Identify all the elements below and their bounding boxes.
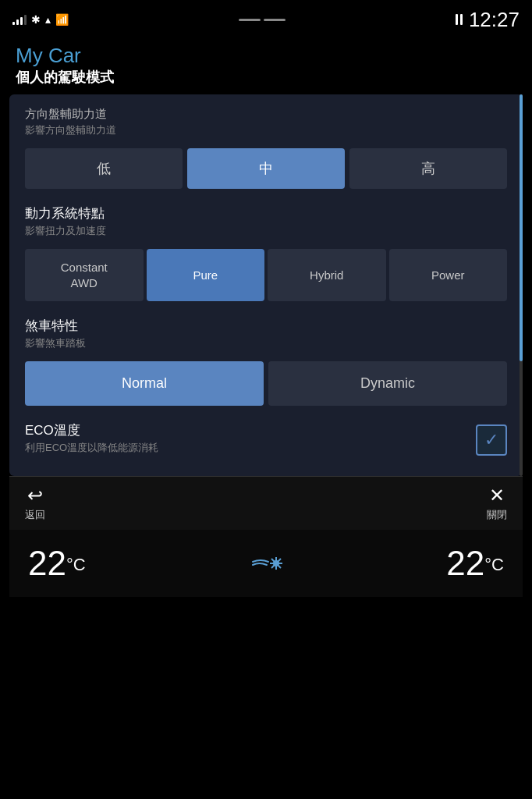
main-content: 方向盤輔助力道 影響方向盤輔助力道 低 中 高 動力系統特點 影響扭力及加速度 … — [9, 94, 523, 476]
right-temp: 22 — [446, 544, 484, 582]
brake-option-dynamic[interactable]: Dynamic — [268, 361, 507, 406]
app-title: My Car — [16, 44, 516, 68]
eco-desc: 利用ECO溫度以降低能源消耗 — [25, 441, 158, 455]
page-subtitle: 個人的駕駛模式 — [16, 68, 516, 87]
status-right: 12:27 — [456, 8, 520, 32]
left-temp-display: 22°C — [28, 544, 86, 583]
climate-center — [246, 548, 286, 579]
bluetooth-icon: ✱ — [31, 13, 41, 26]
pause-icon — [456, 14, 463, 25]
steering-option-mid[interactable]: 中 — [187, 148, 345, 189]
steering-option-low[interactable]: 低 — [25, 148, 183, 189]
left-temp-unit: °C — [66, 555, 86, 574]
powertrain-options: ConstantAWD Pure Hybrid Power — [25, 249, 507, 301]
close-icon: ✕ — [489, 485, 505, 506]
scrollbar-thumb — [520, 94, 523, 361]
brake-label: 煞車特性 — [25, 317, 507, 335]
fan-wind-icon — [246, 548, 286, 579]
wifi-icon: 📶 — [55, 13, 69, 26]
powertrain-option-awd[interactable]: ConstantAWD — [25, 249, 144, 301]
header: My Car 個人的駕駛模式 — [0, 39, 532, 94]
brake-desc: 影響煞車踏板 — [25, 336, 507, 350]
eco-label: ECO溫度 — [25, 421, 158, 439]
powertrain-option-pure[interactable]: Pure — [147, 249, 265, 301]
bottom-toolbar: ↩ 返回 ✕ 關閉 — [9, 476, 523, 530]
eco-section: ECO溫度 利用ECO溫度以降低能源消耗 ✓ — [25, 421, 507, 456]
eco-checkbox[interactable]: ✓ — [476, 424, 507, 456]
close-label: 關閉 — [487, 508, 507, 522]
navigation-icon: ▴ — [45, 13, 51, 26]
powertrain-option-hybrid[interactable]: Hybrid — [268, 249, 386, 301]
close-button[interactable]: ✕ 關閉 — [487, 485, 507, 522]
powertrain-label: 動力系統特點 — [25, 204, 507, 222]
brake-options: Normal Dynamic — [25, 361, 507, 406]
steering-option-high[interactable]: 高 — [349, 148, 507, 189]
left-temp: 22 — [28, 544, 66, 582]
steering-label: 方向盤輔助力道 — [25, 107, 507, 122]
climate-bar: 22°C 22°C — [9, 530, 523, 597]
steering-desc: 影響方向盤輔助力道 — [25, 123, 507, 137]
back-button[interactable]: ↩ 返回 — [25, 485, 45, 522]
steering-options: 低 中 高 — [25, 148, 507, 189]
right-temp-unit: °C — [484, 555, 504, 574]
status-left: ✱ ▴ 📶 — [12, 13, 69, 26]
checkmark-icon: ✓ — [484, 431, 498, 449]
signal-icon — [12, 14, 27, 25]
clock: 12:27 — [469, 8, 520, 32]
brake-option-normal[interactable]: Normal — [25, 361, 264, 406]
status-bar: ✱ ▴ 📶 12:27 — [0, 0, 532, 39]
right-temp-display: 22°C — [446, 544, 504, 583]
status-center — [239, 19, 286, 21]
powertrain-desc: 影響扭力及加速度 — [25, 224, 507, 238]
eco-text: ECO溫度 利用ECO溫度以降低能源消耗 — [25, 421, 158, 455]
scrollbar[interactable] — [520, 94, 523, 476]
back-icon: ↩ — [27, 485, 43, 506]
back-label: 返回 — [25, 508, 45, 522]
powertrain-option-power[interactable]: Power — [389, 249, 508, 301]
